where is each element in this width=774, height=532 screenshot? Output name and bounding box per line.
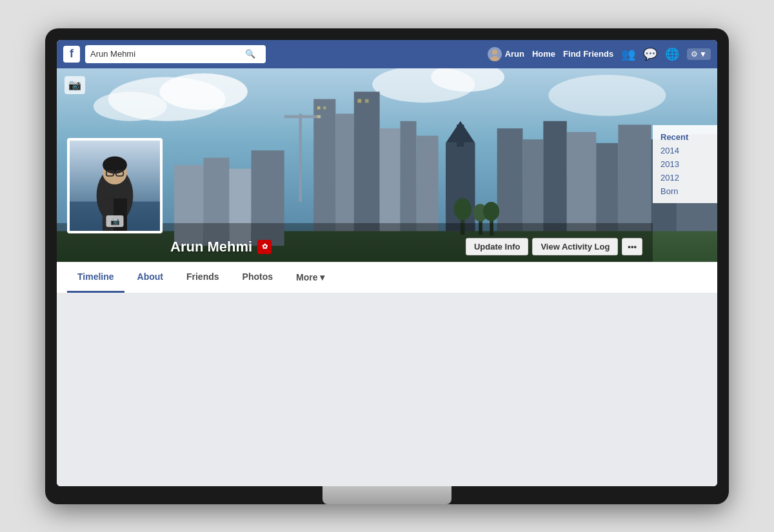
home-link[interactable]: Home [532, 49, 555, 59]
notifications-icon[interactable]: 🌐 [665, 47, 679, 61]
tab-photos[interactable]: Photos [232, 262, 283, 293]
navbar-user[interactable]: Arun [488, 47, 524, 61]
view-activity-log-button[interactable]: View Activity Log [532, 238, 618, 255]
svg-rect-43 [365, 99, 369, 103]
navbar-username: Arun [505, 49, 524, 59]
profile-camera-button[interactable]: 📷 [106, 215, 124, 227]
search-input[interactable] [90, 49, 245, 59]
avatar [488, 47, 502, 61]
profile-badge: ✿ [257, 240, 272, 254]
cover-camera-button[interactable]: 📷 [64, 76, 85, 94]
svg-point-30 [454, 198, 471, 220]
tab-more[interactable]: More ▾ [286, 263, 335, 291]
profile-picture: 📷 [67, 138, 163, 233]
svg-point-34 [483, 201, 499, 221]
main-content [57, 293, 717, 486]
dropdown-arrow: ▼ [699, 50, 707, 59]
svg-rect-42 [357, 99, 361, 103]
update-info-button[interactable]: Update Info [466, 238, 529, 255]
profile-name: Arun Mehmi [170, 239, 252, 255]
profile-name-area: Arun Mehmi ✿ [170, 239, 272, 262]
timeline-sidebar: Recent 2014 2013 2012 Born [653, 125, 717, 203]
tab-about[interactable]: About [127, 262, 174, 293]
svg-point-0 [492, 50, 497, 55]
facebook-logo: f [63, 46, 80, 63]
timeline-born[interactable]: Born [660, 184, 710, 198]
svg-rect-12 [299, 113, 302, 202]
timeline-2014[interactable]: 2014 [660, 144, 710, 157]
monitor-screen: f 🔍 Arun Home Find Friends [57, 40, 717, 486]
page-content: 📷 Recent 2014 2013 2012 Born Arun Mehmi [57, 68, 717, 486]
tab-timeline[interactable]: Timeline [67, 262, 124, 293]
navbar-right: Arun Home Find Friends 👥 💬 🌐 ⚙ ▼ [488, 47, 711, 61]
svg-point-1 [490, 56, 499, 61]
svg-rect-40 [323, 106, 326, 109]
cover-photo: 📷 Recent 2014 2013 2012 Born Arun Mehmi [57, 68, 717, 262]
chevron-down-icon: ▾ [320, 272, 324, 282]
svg-rect-41 [317, 115, 321, 118]
profile-tabs: Timeline About Friends Photos More ▾ [57, 262, 717, 293]
search-bar[interactable]: 🔍 [85, 45, 266, 63]
more-options-button[interactable]: ••• [622, 238, 642, 255]
profile-camera-icon: 📷 [110, 217, 120, 226]
facebook-navbar: f 🔍 Arun Home Find Friends [57, 40, 717, 68]
camera-icon: 📷 [68, 79, 81, 91]
profile-picture-wrapper: 📷 [67, 138, 163, 233]
settings-icon: ⚙ [691, 50, 698, 59]
svg-rect-19 [457, 124, 464, 146]
timeline-recent[interactable]: Recent [660, 130, 710, 144]
search-icon: 🔍 [245, 49, 255, 59]
profile-container: 📷 Recent 2014 2013 2012 Born Arun Mehmi [57, 68, 717, 293]
svg-point-5 [94, 92, 167, 121]
svg-point-48 [103, 156, 127, 173]
settings-dropdown[interactable]: ⚙ ▼ [687, 48, 711, 60]
svg-point-8 [548, 75, 666, 116]
messages-icon[interactable]: 💬 [643, 47, 657, 61]
timeline-2013[interactable]: 2013 [660, 157, 710, 171]
profile-actions: Update Info View Activity Log ••• [466, 238, 642, 262]
monitor: f 🔍 Arun Home Find Friends [45, 28, 729, 504]
tab-friends[interactable]: Friends [176, 262, 230, 293]
friend-requests-icon[interactable]: 👥 [621, 47, 635, 61]
badge-symbol: ✿ [262, 242, 268, 251]
svg-rect-13 [284, 115, 321, 118]
svg-rect-39 [317, 106, 321, 109]
timeline-2012[interactable]: 2012 [660, 171, 710, 184]
monitor-stand [322, 486, 452, 504]
find-friends-link[interactable]: Find Friends [563, 49, 613, 59]
svg-point-4 [159, 73, 248, 110]
